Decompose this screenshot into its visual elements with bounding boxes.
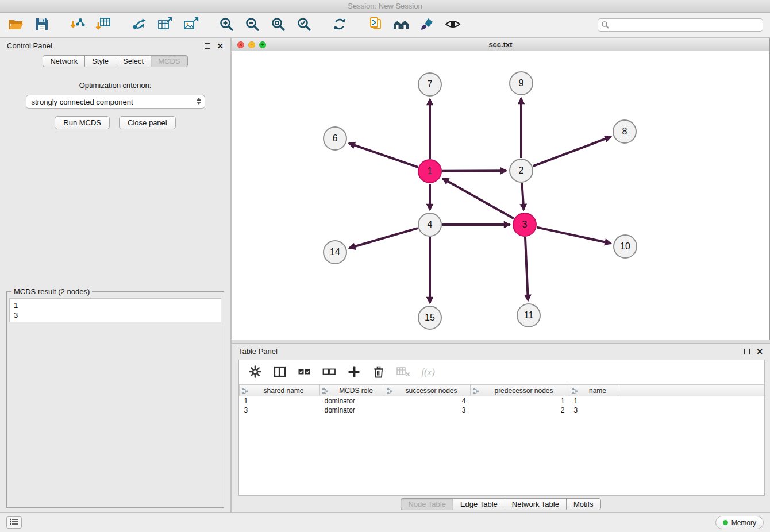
- table-cell[interactable]: dominator: [320, 406, 384, 415]
- graph-node-3[interactable]: 3: [513, 213, 537, 237]
- run-mcds-button[interactable]: Run MCDS: [55, 116, 110, 129]
- console-button[interactable]: [6, 516, 22, 529]
- zoom-fit-button[interactable]: [269, 16, 287, 34]
- apply-layout-button[interactable]: [330, 16, 349, 34]
- function-builder-button[interactable]: f(x): [421, 365, 436, 380]
- tab-style[interactable]: Style: [84, 55, 116, 67]
- close-panel-button[interactable]: Close panel: [119, 116, 176, 129]
- close-table-panel-icon[interactable]: ✕: [756, 348, 763, 356]
- tab-select[interactable]: Select: [116, 55, 151, 67]
- table-cell[interactable]: 1: [471, 396, 569, 406]
- graph-node-2[interactable]: 2: [509, 159, 533, 183]
- table-cell[interactable]: 1: [569, 396, 618, 406]
- tab-edge-table[interactable]: Edge Table: [453, 498, 505, 510]
- graph-node-6[interactable]: 6: [323, 126, 347, 151]
- column-header-predecessor-nodes[interactable]: predecessor nodes: [471, 385, 569, 396]
- graph-edge-2-8[interactable]: [533, 137, 611, 166]
- graph-edge-3-10[interactable]: [537, 228, 610, 244]
- mcds-result-box: MCDS result (2 nodes) 13: [6, 287, 224, 508]
- table-cell[interactable]: 1: [240, 396, 320, 406]
- column-header-successor-nodes[interactable]: successor nodes: [384, 385, 471, 396]
- graph-edge-3-1[interactable]: [443, 179, 514, 218]
- plus-icon: [347, 365, 361, 380]
- zoom-out-button[interactable]: [243, 16, 261, 34]
- table-row[interactable]: 1dominator411: [240, 396, 764, 406]
- graph-node-1[interactable]: 1: [418, 159, 442, 183]
- import-table-button[interactable]: [94, 16, 113, 34]
- network-canvas[interactable]: 7968124314101511: [232, 51, 769, 340]
- graph-edge-3-11[interactable]: [525, 237, 528, 300]
- graph-node-10[interactable]: 10: [613, 234, 637, 259]
- search-input[interactable]: [598, 18, 763, 32]
- memory-button[interactable]: Memory: [715, 516, 764, 529]
- folder-icon: [8, 17, 24, 33]
- column-edit-icon: [473, 388, 479, 396]
- column-header-mcds-role[interactable]: MCDS role: [320, 385, 384, 396]
- tab-node-table[interactable]: Node Table: [401, 498, 453, 510]
- graph-node-7[interactable]: 7: [418, 72, 442, 97]
- column-edit-icon: [387, 388, 392, 396]
- column-header-name[interactable]: name: [569, 385, 618, 396]
- apply-style-button[interactable]: [418, 16, 436, 34]
- node-table: shared nameMCDS rolesuccessor nodesprede…: [239, 384, 764, 415]
- tab-mcds[interactable]: MCDS: [151, 55, 187, 67]
- graph-edge-1-2[interactable]: [442, 171, 506, 171]
- network-window-title: scc.txt: [488, 40, 512, 49]
- show-columns-button[interactable]: [272, 365, 287, 380]
- column-header-filler: [618, 385, 764, 396]
- tab-motifs[interactable]: Motifs: [566, 498, 601, 510]
- export-image-button[interactable]: [182, 16, 200, 34]
- save-session-button[interactable]: [33, 16, 51, 34]
- graph-edge-2-3[interactable]: [522, 183, 523, 210]
- zoom-selected-button[interactable]: [295, 16, 313, 34]
- import-network-button[interactable]: [68, 16, 87, 34]
- add-column-button[interactable]: [346, 365, 361, 380]
- graph-node-15[interactable]: 15: [418, 306, 442, 330]
- mcds-panel: Optimization criterion: strongly connect…: [0, 67, 230, 512]
- zoom-in-button[interactable]: [217, 16, 236, 34]
- export-table-button[interactable]: [156, 16, 174, 34]
- mcds-result-item[interactable]: 3: [14, 310, 217, 320]
- tab-network[interactable]: Network: [43, 55, 85, 67]
- graph-edge-1-6[interactable]: [349, 143, 418, 167]
- maximize-window-icon[interactable]: +: [259, 41, 266, 48]
- table-settings-button[interactable]: [248, 365, 263, 380]
- graph-node-4[interactable]: 4: [418, 213, 442, 237]
- control-panel: Control Panel ✕ NetworkStyleSelectMCDS O…: [0, 38, 232, 512]
- graph-node-11[interactable]: 11: [517, 303, 541, 327]
- clone-network-button[interactable]: [366, 16, 384, 34]
- criterion-select[interactable]: strongly connected component: [26, 95, 205, 109]
- mcds-result-title: MCDS result (2 nodes): [11, 287, 92, 296]
- float-panel-icon[interactable]: [205, 43, 210, 49]
- open-session-button[interactable]: [7, 16, 25, 34]
- trash-icon: [372, 365, 386, 380]
- search-container: [598, 18, 763, 32]
- graph-edge-4-14[interactable]: [349, 228, 418, 248]
- first-neighbors-button[interactable]: [392, 16, 410, 34]
- table-cell[interactable]: 3: [240, 406, 320, 415]
- mcds-result-item[interactable]: 1: [14, 300, 217, 310]
- minimize-window-icon[interactable]: −: [248, 41, 255, 48]
- graph-node-8[interactable]: 8: [613, 119, 637, 144]
- table-cell[interactable]: 3: [384, 406, 471, 415]
- table-cell[interactable]: dominator: [320, 396, 384, 406]
- deselect-all-button[interactable]: [322, 365, 337, 380]
- mcds-result-list[interactable]: 13: [9, 298, 221, 322]
- close-window-icon[interactable]: ×: [237, 41, 244, 48]
- close-panel-icon[interactable]: ✕: [217, 42, 224, 50]
- export-table-icon: [157, 17, 173, 33]
- show-graphics-details-button[interactable]: [444, 16, 462, 34]
- table-cell[interactable]: 3: [569, 406, 618, 415]
- table-row[interactable]: 3dominator323: [240, 406, 764, 415]
- column-header-shared-name[interactable]: shared name: [240, 385, 320, 396]
- table-cell[interactable]: 2: [471, 406, 569, 415]
- delete-column-button[interactable]: [371, 365, 386, 380]
- float-table-panel-icon[interactable]: [744, 349, 750, 354]
- delete-table-button[interactable]: [396, 365, 411, 380]
- table-cell[interactable]: 4: [384, 396, 471, 406]
- graph-node-14[interactable]: 14: [323, 240, 347, 264]
- graph-node-9[interactable]: 9: [509, 71, 533, 95]
- tab-network-table[interactable]: Network Table: [505, 498, 567, 510]
- export-network-button[interactable]: [130, 16, 148, 34]
- select-all-button[interactable]: [297, 365, 312, 380]
